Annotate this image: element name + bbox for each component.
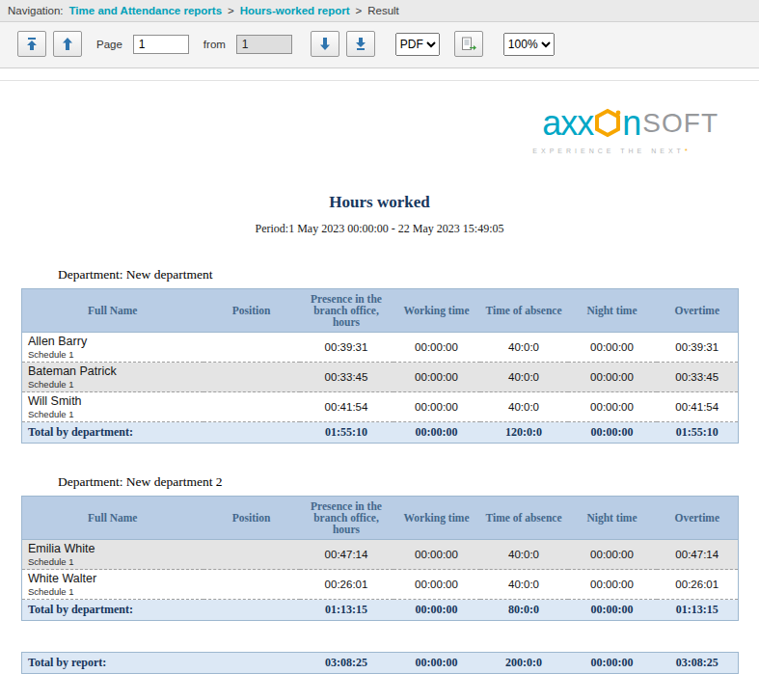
absence-cell: 40:0:0 [480,392,568,422]
working-time-cell: 00:00:00 [393,570,480,600]
full-name-cell: Bateman Patrick Schedule 1 [22,363,203,392]
report-total-table: Total by report: 03:08:25 00:00:00 200:0… [21,652,739,674]
department-label: Department: New department [58,267,759,283]
col-header-position: Position [203,289,300,333]
next-page-button[interactable] [311,31,339,57]
table-row: White Walter Schedule 1 00:26:01 00:00:0… [22,570,739,600]
breadcrumb-prefix: Navigation: [8,5,64,16]
overtime-cell: 00:41:54 [657,392,739,422]
full-name-cell: Will Smith Schedule 1 [22,392,203,422]
report-page: axx n SOFT EXPERIENCE THE NEXT* Hours wo… [0,80,759,691]
working-time-cell: 00:00:00 [393,392,480,422]
logo-tagline-mark: * [685,148,688,154]
logo-text-soft: SOFT [642,110,718,137]
total-working-time-cell: 00:00:00 [393,422,480,444]
next-page-icon [319,38,331,50]
col-header-overtime: Overtime [657,497,739,540]
col-header-overtime: Overtime [657,289,739,333]
department-section: Department: New department Full Name Pos… [0,267,759,444]
from-label: from [203,39,226,50]
col-header-time-of-absence: Time of absence [480,497,568,540]
logo-tagline-text: EXPERIENCE THE NEXT [532,148,685,154]
total-overtime-cell: 01:13:15 [657,600,739,621]
table-row: Allen Barry Schedule 1 00:39:31 00:00:00… [22,333,739,363]
position-cell [203,540,300,570]
total-working-time-cell: 00:00:00 [393,600,480,621]
total-presence-cell: 01:13:15 [300,600,393,621]
table-header-row: Full Name Position Presence in the branc… [22,497,739,540]
employee-schedule: Schedule 1 [28,379,198,390]
axxonsoft-logo: axx n SOFT EXPERIENCE THE NEXT* [501,106,718,154]
report-total-row: Total by report: 03:08:25 00:00:00 200:0… [22,653,739,674]
export-icon [461,37,476,51]
employee-name: Emilia White [28,542,198,555]
employee-schedule: Schedule 1 [28,586,198,597]
employee-name: Allen Barry [28,335,198,348]
breadcrumb-separator: > [228,5,234,16]
logo-text-n: n [622,106,640,141]
employee-schedule: Schedule 1 [28,556,198,567]
position-cell [203,333,300,363]
total-label: Total by department: [22,422,300,444]
working-time-cell: 00:00:00 [393,540,480,570]
col-header-night-time: Night time [568,289,657,333]
last-page-button[interactable] [346,31,375,57]
zoom-select[interactable]: 100% [503,33,555,56]
presence-cell: 00:47:14 [300,540,393,570]
total-overtime-cell: 01:55:10 [657,422,739,444]
export-button[interactable] [454,31,483,57]
presence-cell: 00:39:31 [300,333,393,363]
export-format-select[interactable]: PDF [395,33,440,56]
hexagon-icon [594,108,621,141]
report-toolbar: Page from PDF 100% [0,22,759,68]
table-row: Will Smith Schedule 1 00:41:54 00:00:00 … [22,392,739,422]
logo-text-axx: axx [542,106,593,141]
full-name-cell: White Walter Schedule 1 [22,570,203,600]
overtime-cell: 00:47:14 [657,540,739,570]
col-header-full-name: Full Name [22,289,203,333]
employee-name: Bateman Patrick [28,364,198,378]
table-header-row: Full Name Position Presence in the branc… [22,289,739,333]
table-row: Bateman Patrick Schedule 1 00:33:45 00:0… [22,363,739,392]
breadcrumb-link-hours-worked[interactable]: Hours-worked report [240,5,350,16]
total-night-time-cell: 00:00:00 [568,422,657,444]
report-period: Period:1 May 2023 00:00:00 - 22 May 2023… [0,222,759,236]
absence-cell: 40:0:0 [480,570,568,600]
working-time-cell: 00:00:00 [393,363,480,392]
col-header-working-time: Working time [393,497,480,540]
working-time-cell: 00:00:00 [393,333,480,363]
breadcrumb-link-time-attendance[interactable]: Time and Attendance reports [69,5,222,16]
page-label: Page [96,39,122,50]
position-cell [203,392,300,422]
total-presence-cell: 01:55:10 [300,422,393,444]
employee-name: Will Smith [28,394,198,408]
department-label: Department: New department 2 [58,474,759,490]
presence-cell: 00:41:54 [300,392,393,422]
absence-cell: 40:0:0 [480,333,568,363]
full-name-cell: Emilia White Schedule 1 [22,540,203,570]
col-header-presence: Presence in the branch office, hours [300,497,393,540]
employee-schedule: Schedule 1 [28,349,198,360]
page-number-input[interactable] [133,35,189,54]
breadcrumb: Navigation: Time and Attendance reports … [0,0,759,22]
night-time-cell: 00:00:00 [568,540,657,570]
position-cell [203,363,300,392]
report-total-overtime-cell: 03:08:25 [657,653,739,674]
total-absence-cell: 80:0:0 [480,600,568,621]
overtime-cell: 00:39:31 [657,333,739,363]
report-total-working-time-cell: 00:00:00 [393,653,480,674]
report-total-presence-cell: 03:08:25 [300,653,393,674]
breadcrumb-current: Result [367,5,399,16]
absence-cell: 40:0:0 [480,540,568,570]
hours-worked-table: Full Name Position Presence in the branc… [21,288,739,444]
col-header-night-time: Night time [568,497,657,540]
total-night-time-cell: 00:00:00 [568,600,657,621]
col-header-full-name: Full Name [22,497,203,540]
col-header-working-time: Working time [393,289,480,333]
first-page-button[interactable] [17,31,46,57]
col-header-presence: Presence in the branch office, hours [300,289,393,333]
previous-page-icon [62,38,73,50]
previous-page-button[interactable] [53,31,82,57]
last-page-icon [355,38,366,50]
page-title: Hours worked [0,193,759,212]
